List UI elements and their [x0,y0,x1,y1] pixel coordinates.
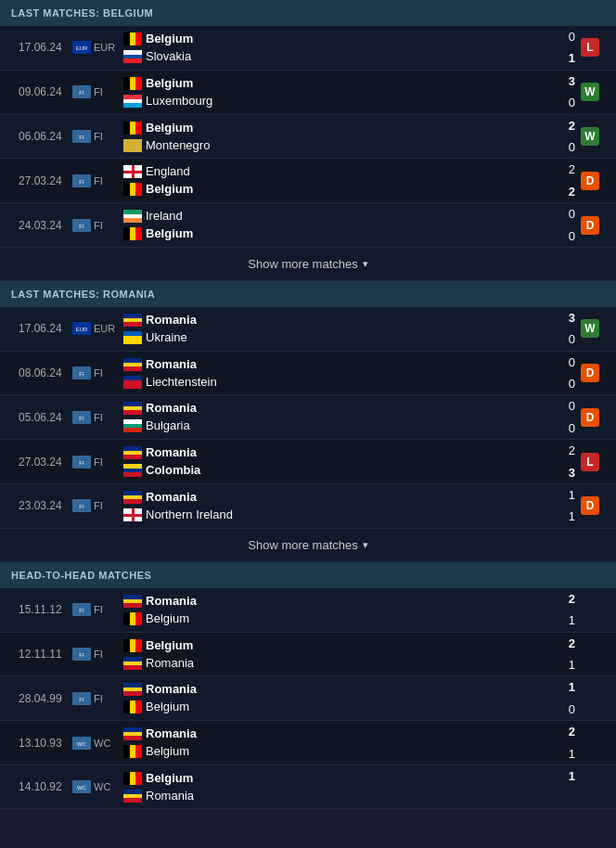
team2-flag [123,419,140,431]
match-date-comp: 24.03.24 FI FI [0,203,123,247]
team2-row: Bulgaria [123,417,560,434]
match-teams: Romania Bulgaria [123,395,560,439]
svg-rect-101 [123,700,130,713]
team1-flag [123,683,140,695]
team1-name: Romania [146,445,560,459]
result-badge: D [581,172,599,190]
team2-row: Slovakia [123,47,560,65]
team1-flag [123,210,140,222]
score1: 2 [560,159,575,180]
team2-row: Ukraine [123,328,560,346]
match-row: 17.06.24 EUR EUR Romania Ukrai [0,307,616,352]
svg-rect-68 [123,455,142,459]
match-row: 23.03.24 FI FI Romania [0,484,616,529]
match-scores: 2 1 [560,588,575,632]
score2: 0 [560,92,575,113]
team1-name: Romania [146,682,560,696]
team2-name: Bulgaria [146,418,560,432]
match-row: 09.06.24 FI FI Belgium [0,71,616,115]
svg-rect-58 [123,402,142,406]
svg-rect-13 [123,95,142,99]
match-result: W [581,307,616,351]
result-badge: L [581,38,599,57]
match-result [581,765,616,808]
svg-rect-12 [135,77,142,90]
match-scores: 3 0 [560,71,575,114]
match-scores: 0 0 [560,203,575,247]
svg-rect-4 [135,32,142,45]
svg-rect-114 [123,772,130,785]
match-row: 27.03.24 FI FI Romania Colombi [0,440,616,484]
match-row: 05.06.24 FI FI Romania Bulgari [0,395,616,440]
svg-rect-55 [123,384,142,389]
team1-row: Romania [123,725,560,742]
match-date-comp: 15.11.12 FI FI [0,588,123,632]
match-result [581,721,616,764]
match-row: 12.11.11 FI FI Belgium [0,633,616,677]
match-teams: Romania Colombia [123,440,560,483]
score1: 0 [560,26,575,47]
match-date: 14.10.92 [9,780,72,793]
match-date-comp: 23.03.24 FI FI [0,484,123,528]
svg-rect-18 [123,122,130,135]
svg-rect-92 [135,639,142,652]
team2-flag [123,745,140,757]
svg-rect-47 [123,340,142,344]
match-competition: FI FI [72,456,123,469]
svg-text:FI: FI [79,224,84,229]
comp-label: FI [94,604,103,615]
match-competition: FI FI [72,603,123,616]
result-badge: W [581,127,599,146]
match-scores: 0 0 [560,395,575,439]
svg-rect-37 [123,227,130,240]
belgium-show-more[interactable]: Show more matches ▾ [0,248,616,281]
team1-row: Romania [123,311,560,328]
match-scores: 2 0 [560,115,575,159]
svg-rect-100 [123,691,142,696]
svg-text:FI: FI [79,416,84,421]
team2-row: Northern Ireland [123,506,560,523]
score1: 3 [560,71,575,92]
h2h-header: HEAD-TO-HEAD MATCHES [0,562,616,588]
chevron-down-icon: ▾ [363,539,368,551]
score2: 3 [560,462,575,483]
svg-rect-102 [130,700,136,713]
svg-rect-45 [123,331,142,336]
match-competition: WC WC [72,737,123,750]
match-date: 17.06.24 [9,41,72,54]
svg-rect-15 [123,103,142,108]
team2-row: Romania [123,654,560,672]
svg-rect-79 [123,514,142,517]
svg-rect-53 [123,376,142,380]
svg-rect-108 [123,736,142,740]
team2-flag [123,657,140,669]
team2-flag [123,331,140,343]
match-row: 13.10.93 WC WC Romania [0,721,616,765]
team1-name: Romania [146,357,560,371]
comp-label: FI [94,220,103,231]
match-competition: EUR EUR [72,322,123,335]
match-teams: Ireland Belgium [123,203,560,247]
team2-name: Belgium [146,744,560,758]
team2-name: Romania [146,656,560,670]
score2: 0 [560,373,575,394]
match-row: 06.06.24 FI FI Belgium [0,115,616,160]
match-result: W [581,115,616,159]
score2: 0 [560,328,575,350]
team2-row: Belgium [123,742,560,760]
team1-row: Ireland [123,207,560,225]
svg-rect-69 [123,464,142,469]
score1: 0 [560,395,575,417]
match-competition: FI FI [72,411,123,424]
team1-row: Belgium [123,30,560,47]
match-teams: Romania Belgium [123,721,560,764]
match-scores: 2 1 [560,633,575,676]
team2-row: Belgium [123,698,560,715]
romania-show-more[interactable]: Show more matches ▾ [0,529,616,562]
svg-rect-19 [130,122,136,135]
svg-rect-52 [123,366,142,371]
match-date: 27.03.24 [9,174,72,187]
match-competition: FI FI [72,648,123,661]
team1-name: Belgium [146,638,560,652]
team1-row: Belgium [123,74,560,92]
